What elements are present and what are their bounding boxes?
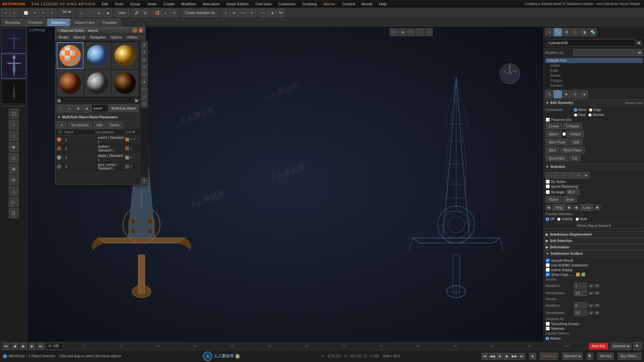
rp-mod-element[interactable]: Element	[545, 83, 643, 88]
constraint-face[interactable]: Face	[574, 113, 586, 117]
mat-scrollbar[interactable]	[62, 99, 133, 102]
rp-icon-create[interactable]: +	[545, 28, 553, 36]
thumb-3[interactable]	[1, 79, 26, 104]
mode-populate[interactable]: Populate	[99, 19, 120, 26]
rp-modifier-dropdown[interactable]	[573, 49, 643, 56]
mat-color-box-2[interactable]	[125, 146, 129, 150]
left-icon-6[interactable]: ⊕	[9, 164, 19, 174]
mat-type-dropdown[interactable]: Multi/Sub-Object	[109, 105, 139, 112]
mode-selection[interactable]: Selection	[47, 19, 70, 26]
preview-subobj[interactable]: SubObj	[557, 217, 573, 221]
slice-plane-btn[interactable]: Slice Plane	[546, 139, 569, 145]
constraint-edge[interactable]: Edge	[589, 108, 601, 112]
mat-color-box-1[interactable]	[125, 137, 129, 141]
curve-btn[interactable]: 〜	[259, 9, 267, 17]
preview-multi[interactable]: Multi	[576, 217, 587, 221]
constraint-none[interactable]: None	[574, 108, 586, 112]
section-edit-geometry[interactable]: ▼ Edit Geometry Repeat Last	[544, 100, 644, 106]
smooth-result-checkbox[interactable]	[546, 258, 550, 262]
viewport-mode-lighting[interactable]: ○	[416, 28, 424, 36]
iterations-render-up[interactable]: ▲	[589, 304, 593, 307]
sel-icon-line[interactable]: ⟋	[553, 172, 560, 179]
frame-counter[interactable]: 0 / 100	[46, 343, 63, 350]
mat-name-input[interactable]	[92, 105, 108, 112]
ring-prev-btn[interactable]: ◀	[546, 205, 551, 210]
show-cage-checkbox[interactable]	[546, 273, 550, 277]
create-btn[interactable]: Create	[546, 123, 562, 129]
pb-stop[interactable]: ■	[496, 353, 503, 360]
left-icon-3[interactable]: □	[9, 131, 19, 141]
auto-key-btn[interactable]: Auto Key	[589, 343, 608, 350]
mat-icon-2[interactable]: ⬇	[141, 49, 148, 56]
mat-delete-btn[interactable]: Delete	[107, 122, 122, 128]
iterations-render-down[interactable]: ▼	[595, 304, 599, 307]
left-icon-4[interactable]: ◈	[9, 142, 19, 152]
select-btn[interactable]: ⬜	[22, 9, 30, 17]
menu-graph-editors[interactable]: Graph Editors	[223, 1, 252, 7]
mat-icon-4[interactable]: ⊖	[141, 64, 148, 70]
collapse-btn[interactable]: Collapse	[563, 123, 582, 129]
ring-btn[interactable]: Ring	[552, 204, 566, 211]
mat-menu-navigation[interactable]: Navigation	[88, 35, 108, 40]
viewport-mode-wire[interactable]: ⬡	[390, 28, 398, 36]
grow-btn[interactable]: Grow	[562, 196, 577, 203]
key-filter-btn[interactable]: 🔍	[633, 342, 641, 350]
auto-key-status[interactable]: Auto Key	[540, 353, 558, 360]
mat-minimize-btn[interactable]: −	[132, 28, 137, 33]
quickslice-btn[interactable]: QuickSlice	[546, 155, 568, 162]
mat-cell-1[interactable]	[57, 42, 84, 69]
cage-color-1[interactable]	[576, 273, 580, 277]
smoothness-disp-down[interactable]: ▼	[595, 292, 599, 295]
viewport[interactable]: [+] [Persp] 人人素材库 人人素材库 人人素材库 人人素材库 人人素材…	[28, 27, 543, 342]
mode-freeform[interactable]: Freeform	[24, 19, 47, 26]
select-region-btn[interactable]: ⬛	[86, 9, 94, 17]
paint-select-btn[interactable]: ◉	[104, 9, 112, 17]
rp-mod-editable-poly[interactable]: Editable Poly	[545, 58, 643, 63]
left-icon-5[interactable]: ◇	[9, 153, 19, 163]
iterations-disp-up[interactable]: ▲	[589, 284, 593, 287]
mat-icon-9[interactable]: D	[141, 101, 148, 107]
mat-row-2[interactable]: 2 leather ( Standard ) ✓	[55, 144, 140, 153]
mat-cell-3[interactable]	[112, 42, 139, 69]
slice-btn[interactable]: Slice	[546, 147, 559, 154]
mat-tool-1[interactable]: ⬡	[57, 105, 65, 113]
left-icon-7[interactable]: ⟳	[9, 175, 19, 185]
materials-checkbox[interactable]	[546, 326, 550, 330]
snap-btn[interactable]: 🧲	[153, 9, 161, 17]
mat-menu-utilities[interactable]: Utilities	[125, 35, 140, 40]
mat-menu-modes[interactable]: Modes	[57, 35, 71, 40]
section-paint-deformation[interactable]: ▶ Deformation	[544, 244, 644, 250]
by-angle-checkbox[interactable]	[546, 190, 550, 194]
pb-prev[interactable]: ◀◀	[489, 353, 496, 360]
mat-cell-4[interactable]	[57, 70, 84, 97]
menu-arnold[interactable]: Arnold	[358, 1, 376, 7]
key-filters-btn[interactable]: Key Filters...	[618, 353, 641, 360]
menu-edit[interactable]: Edit	[98, 1, 111, 7]
smoothness-disp-up[interactable]: ▲	[589, 292, 593, 295]
mat-menu-material[interactable]: Material	[71, 35, 88, 40]
menu-customize[interactable]: Customize	[275, 1, 299, 7]
mat-close-btn[interactable]: ×	[139, 28, 143, 33]
use-nurms-checkbox[interactable]	[546, 263, 550, 267]
attach-checkbox[interactable]	[562, 132, 566, 136]
create-selection-btn[interactable]: Create Selection Se	[182, 9, 218, 17]
mat-color-box-3[interactable]	[125, 156, 129, 160]
pb-next[interactable]: ▶▶	[511, 353, 518, 360]
rp-mod-icon-4[interactable]: ⊞	[571, 90, 579, 98]
mat-cell-2[interactable]	[84, 42, 111, 69]
ignore-backfacing-checkbox[interactable]	[546, 184, 550, 188]
rp-mod-edge[interactable]: Edge	[545, 68, 643, 73]
menu-tools[interactable]: Tools	[111, 1, 127, 7]
rp-mod-icon-1[interactable]: 🔧	[545, 90, 553, 98]
mat-params-header[interactable]: ▼ Multi/Sub-Object Basic Parameters	[55, 114, 140, 120]
menu-scripting[interactable]: Scripting	[299, 1, 320, 7]
transport-next[interactable]: ⏭	[38, 343, 44, 350]
percent-snap-btn[interactable]: %	[170, 9, 178, 17]
menu-views[interactable]: Views	[144, 1, 160, 7]
unlink-btn[interactable]: ⛓	[141, 9, 149, 17]
iterations-disp-down[interactable]: ▼	[595, 284, 599, 287]
menu-help[interactable]: Help	[376, 1, 390, 7]
mat-cell-6[interactable]	[112, 70, 139, 97]
transport-prev[interactable]: ⏮	[3, 343, 9, 350]
mat-tool-4[interactable]: ◉	[83, 105, 91, 113]
